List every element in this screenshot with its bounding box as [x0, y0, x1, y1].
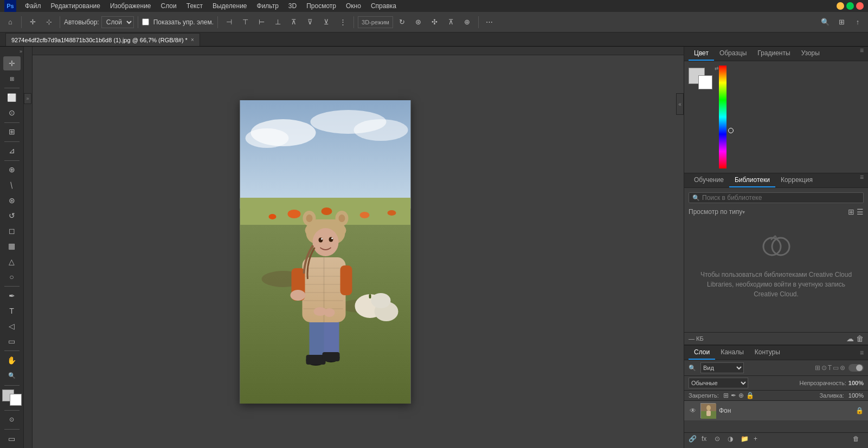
filter-pixel-icon[interactable]: ⊞ [815, 364, 820, 372]
filter-adjustment-icon[interactable]: ⊙ [821, 364, 827, 372]
layers-panel-menu[interactable]: ≡ [860, 349, 864, 356]
color-panel-menu[interactable]: ≡ [860, 47, 864, 61]
gradient-tool[interactable]: ▦ [3, 239, 21, 253]
menu-layers[interactable]: Слои [157, 1, 181, 11]
layer-mask-button[interactable]: ⊙ [715, 435, 725, 446]
tools-collapse[interactable]: » [20, 49, 22, 54]
color-tab-patterns[interactable]: Узоры [796, 47, 825, 61]
layer-adjustment-button[interactable]: ◑ [728, 435, 738, 446]
eyedropper-tool[interactable]: ⊿ [3, 144, 21, 158]
history-brush-tool[interactable]: ↺ [3, 209, 21, 223]
transform-button[interactable]: ⊹ [42, 15, 56, 29]
orbit-3d-button[interactable]: ⊛ [412, 15, 426, 29]
menu-edit[interactable]: Редактирование [47, 1, 105, 11]
blur-tool[interactable]: △ [3, 255, 21, 269]
eraser-tool[interactable]: ◻ [3, 224, 21, 238]
brush-tool[interactable]: ∕ [1, 174, 23, 196]
view-dropdown-arrow[interactable]: ▾ [742, 209, 745, 215]
filter-smart-icon[interactable]: ⊛ [840, 364, 845, 372]
restore-button[interactable] [846, 2, 854, 10]
menu-window[interactable]: Окно [342, 1, 365, 11]
layer-type-filter[interactable]: Вид [700, 362, 744, 373]
hand-tool[interactable]: ✋ [3, 353, 21, 367]
path-select-tool[interactable]: ◁ [3, 319, 21, 333]
left-panel-collapse[interactable]: » [24, 93, 31, 104]
list-view-button[interactable]: ☰ [857, 207, 864, 216]
align-top-button[interactable]: ⊼ [287, 15, 301, 29]
menu-view[interactable]: Просмотр [302, 1, 340, 11]
home-button[interactable]: ⌂ [3, 15, 17, 29]
show-controls-checkbox[interactable] [142, 18, 149, 25]
3d-mode-button[interactable]: 3D-режим [358, 16, 393, 28]
dodge-tool[interactable]: ○ [3, 270, 21, 284]
menu-select[interactable]: Выделение [208, 1, 252, 11]
filter-type-icon[interactable]: T [828, 364, 832, 372]
swap-colors[interactable]: ⇄ [715, 66, 719, 71]
menu-help[interactable]: Справка [367, 1, 401, 11]
color-tab-gradients[interactable]: Градиенты [752, 47, 795, 61]
move-tool[interactable]: ✛ [3, 56, 21, 70]
crop-tool[interactable]: ⊞ [3, 125, 21, 139]
background-color[interactable] [10, 394, 22, 406]
shape-tool[interactable]: ▭ [3, 334, 21, 348]
pan-3d-button[interactable]: ✣ [428, 15, 442, 29]
rotate-3d-button[interactable]: ↻ [395, 15, 409, 29]
grid-view-button[interactable]: ⊞ [848, 207, 854, 216]
align-left-button[interactable]: ⊣ [222, 15, 236, 29]
zoom-tool[interactable]: 🔍 [3, 368, 21, 382]
search-button[interactable]: 🔍 [818, 15, 832, 29]
lasso-tool[interactable]: ⊙ [3, 106, 21, 120]
align-center-h-button[interactable]: ⊤ [238, 15, 252, 29]
move-tool-button[interactable]: ✛ [25, 15, 40, 29]
layer-tab-layers[interactable]: Слои [689, 346, 715, 360]
more-button[interactable]: ⋯ [483, 15, 497, 29]
layer-group-button[interactable]: 📁 [741, 435, 751, 446]
layer-fx-button[interactable]: fx [702, 435, 712, 446]
lock-all-icon[interactable]: 🔒 [746, 392, 754, 399]
lib-tab-learning[interactable]: Обучение [689, 173, 729, 187]
layer-tab-paths[interactable]: Контуры [749, 346, 786, 360]
menu-filter[interactable]: Фильтр [253, 1, 283, 11]
hue-bar[interactable] [719, 66, 726, 168]
canvas-area[interactable] [24, 47, 684, 448]
lib-tab-correction[interactable]: Коррекция [775, 173, 818, 187]
layer-delete-button[interactable]: 🗑 [853, 435, 864, 446]
lock-position-icon[interactable]: ✒ [731, 392, 736, 399]
filter-shape-icon[interactable]: ▭ [833, 364, 839, 372]
layer-tab-channels[interactable]: Каналы [715, 346, 749, 360]
scale-3d-button[interactable]: ⊕ [460, 15, 474, 29]
screen-mode-button[interactable]: ▭ [3, 432, 21, 446]
pen-tool[interactable]: ✒ [3, 289, 21, 303]
add-cloud-icon[interactable]: ☁ [846, 334, 854, 343]
align-right-button[interactable]: ⊢ [254, 15, 268, 29]
autoselect-dropdown[interactable]: Слой [101, 16, 134, 28]
lock-artboard-icon[interactable]: ⊕ [738, 392, 744, 399]
delete-lib-icon[interactable]: 🗑 [856, 334, 864, 343]
close-button[interactable] [856, 2, 864, 10]
workspace-button[interactable]: ⊞ [834, 15, 848, 29]
align-bottom-button[interactable]: ⊻ [319, 15, 333, 29]
blend-mode-select[interactable]: Обычные [689, 378, 748, 388]
right-panel-collapse[interactable]: « [676, 93, 684, 115]
layer-row[interactable]: 👁 Фон 🔒 [684, 401, 868, 420]
minimize-button[interactable] [837, 2, 844, 10]
filter-toggle[interactable] [848, 364, 864, 372]
lib-search-input[interactable] [702, 194, 860, 202]
quick-mask-button[interactable]: ⊙ [3, 413, 21, 427]
distribute-button[interactable]: ⋮ [336, 15, 350, 29]
libraries-panel-menu[interactable]: ≡ [860, 173, 864, 187]
layer-visibility-icon[interactable]: 👁 [689, 406, 697, 415]
share-button[interactable]: ↑ [851, 15, 865, 29]
background-swatch[interactable] [698, 75, 712, 89]
menu-3d[interactable]: 3D [284, 1, 301, 11]
artboard-tool[interactable]: ⊞ [3, 72, 21, 86]
lib-tab-libraries[interactable]: Библиотеки [729, 173, 775, 187]
align-middle-button[interactable]: ⊥ [271, 15, 285, 29]
tab-close-button[interactable]: × [191, 37, 194, 43]
layer-link-button[interactable]: 🔗 [689, 435, 699, 446]
menu-image[interactable]: Изображение [106, 1, 156, 11]
slide-3d-button[interactable]: ⊼ [444, 15, 458, 29]
menu-text[interactable]: Текст [182, 1, 207, 11]
menu-file[interactable]: Файл [21, 1, 46, 11]
layer-new-button[interactable]: + [754, 435, 764, 446]
